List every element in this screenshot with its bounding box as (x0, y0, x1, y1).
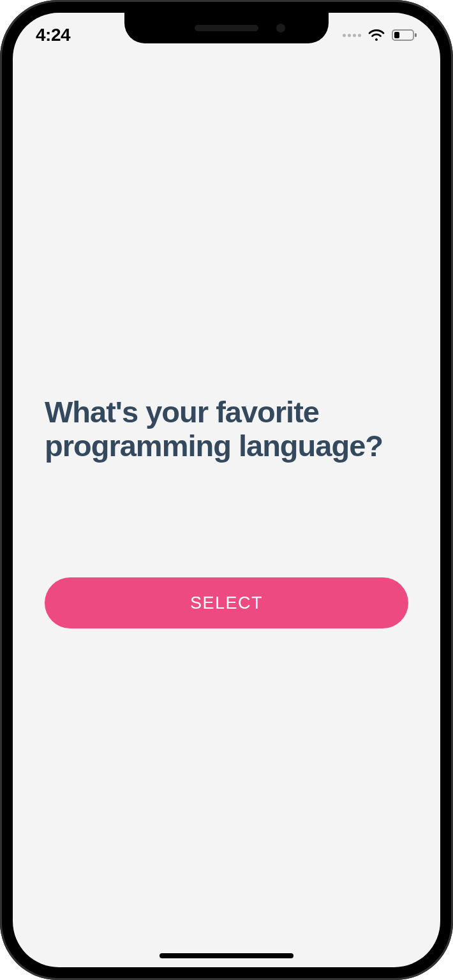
svg-rect-1 (415, 33, 417, 37)
signal-dots-icon (343, 34, 361, 37)
wifi-icon (368, 28, 385, 42)
question-block: What's your favorite programming languag… (45, 396, 408, 463)
home-indicator[interactable] (160, 953, 293, 958)
main-content: What's your favorite programming languag… (13, 13, 440, 967)
status-right (343, 28, 417, 42)
status-time: 4:24 (36, 25, 70, 45)
phone-frame: 4:24 (0, 0, 453, 980)
battery-icon (392, 29, 417, 41)
select-button[interactable]: SELECT (45, 577, 408, 628)
svg-rect-2 (394, 32, 399, 38)
notch-speaker (195, 25, 258, 31)
question-title: What's your favorite programming languag… (45, 396, 408, 463)
notch (124, 13, 329, 43)
notch-camera (276, 24, 285, 33)
screen: 4:24 (13, 13, 440, 967)
